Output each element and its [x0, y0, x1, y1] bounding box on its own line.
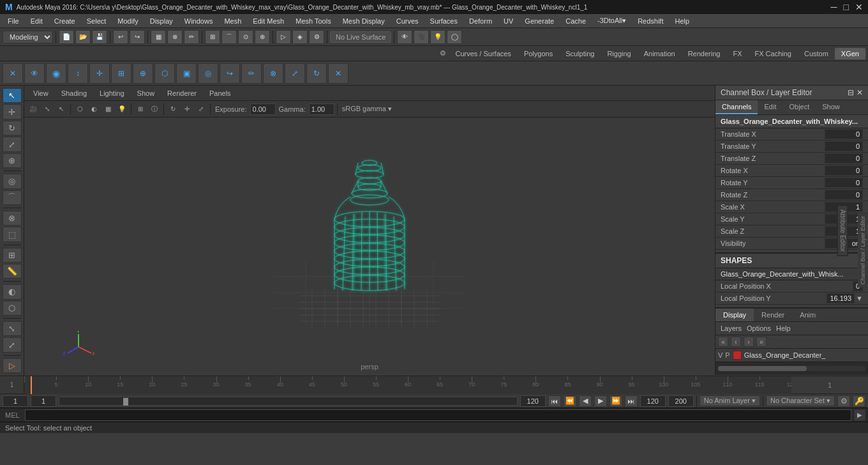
channel-rotate-x[interactable]: Rotate X 0 [715, 165, 868, 177]
no-anim-layer-dropdown[interactable]: No Anim Layer ▾ [700, 395, 760, 406]
menu-file[interactable]: File [3, 16, 24, 26]
vp-menu-shading[interactable]: Shading [56, 88, 92, 98]
layers-menu-options[interactable]: Options [747, 324, 771, 332]
shelf-icon-14[interactable]: ↻ [306, 63, 327, 84]
vp-zoom-btn[interactable]: ⤢ [195, 103, 207, 116]
menu-modify[interactable]: Modify [112, 16, 143, 26]
ipr-btn[interactable]: ◈ [292, 30, 308, 44]
select-tool-btn[interactable]: ↖ [3, 88, 22, 103]
snap-view-btn[interactable]: ⊕ [255, 30, 270, 44]
light-btn[interactable]: 💡 [430, 30, 445, 44]
menu-3dto-all[interactable]: -3DtoAll▾ [592, 15, 631, 26]
timeline-ruler[interactable]: 5101520253035404550556065707580859095100… [24, 376, 791, 394]
lasso-btn-side[interactable]: ⊗ [3, 211, 22, 225]
shelf-icon-11[interactable]: ✏ [241, 63, 262, 84]
xray-btn[interactable]: ◐ [3, 284, 22, 299]
frame-sel-btn[interactable]: ⤢ [3, 337, 22, 352]
right-scrollbar-thumb[interactable] [718, 366, 807, 371]
layer-ctrl-forward[interactable]: » [756, 337, 767, 347]
channel-rotate-z[interactable]: Rotate Z 0 [715, 189, 868, 201]
layer-ctrl-rewind[interactable]: « [718, 337, 728, 347]
vp-light-btn[interactable]: 💡 [116, 103, 128, 116]
shelf-icon-3[interactable]: ↕ [68, 63, 88, 84]
layers-menu-help[interactable]: Help [776, 324, 791, 332]
menu-mesh[interactable]: Mesh [219, 16, 246, 26]
shelf-icon-10[interactable]: ↪ [220, 63, 240, 84]
select-btn[interactable]: ▦ [151, 30, 166, 44]
shelf-icon-8[interactable]: ▣ [176, 63, 197, 84]
shelf-icon-1[interactable]: 👁 [24, 63, 45, 84]
shelf-icon-12[interactable]: ⊗ [263, 63, 283, 84]
layer-visibility-toggle[interactable]: V [718, 351, 722, 359]
vp-gamma-input[interactable] [309, 103, 334, 115]
vp-rotate-btn[interactable]: ↻ [167, 103, 179, 116]
shelf-icon-6[interactable]: ⊕ [133, 63, 153, 84]
paint-select-btn[interactable]: ✏ [184, 30, 199, 44]
range-start-input[interactable] [31, 395, 56, 407]
local-pos-x[interactable]: Local Position X 0 [715, 280, 868, 293]
new-file-btn[interactable]: 📄 [59, 30, 74, 44]
soft-mod-btn[interactable]: ◎ [3, 174, 22, 188]
layer-color-swatch[interactable] [733, 351, 742, 360]
total-range-input[interactable] [668, 395, 694, 407]
vp-grid-btn[interactable]: ⊞ [134, 103, 147, 116]
viewport-3d[interactable]: persp X Y Z [24, 118, 715, 376]
channel-translate-x[interactable]: Translate X 0 [715, 128, 868, 141]
snap-curve-btn[interactable]: ⌒ [221, 30, 237, 44]
vp-hud-btn[interactable]: ⓘ [148, 103, 161, 116]
layer-ctrl-next[interactable]: › [744, 337, 754, 347]
render-btn[interactable]: ▷ [276, 30, 291, 44]
close-button[interactable]: ✕ [855, 2, 863, 12]
layer-ctrl-prev[interactable]: ‹ [731, 337, 741, 347]
timeline[interactable]: 1 51015202530354045505560657075808590951… [0, 376, 868, 393]
tab-rigging[interactable]: Rigging [601, 48, 637, 59]
render-settings-btn[interactable]: ⚙ [309, 30, 324, 44]
channel-rotate-y[interactable]: Rotate Y 0 [715, 177, 868, 189]
tab-gear-icon[interactable]: ⚙ [437, 48, 449, 59]
cb-tab-show[interactable]: Show [816, 100, 846, 114]
local-pos-y-arrow[interactable]: ▼ [856, 294, 863, 302]
undo-btn[interactable]: ↩ [113, 30, 128, 44]
titlebar-controls[interactable]: ─ □ ✕ [831, 2, 863, 12]
shelf-icon-15[interactable]: ✕ [328, 63, 348, 84]
anim-end-input[interactable] [640, 395, 666, 407]
mel-input[interactable] [25, 409, 851, 421]
menu-mesh-display[interactable]: Mesh Display [338, 16, 390, 26]
no-char-set-dropdown[interactable]: No Character Set ▾ [766, 395, 835, 406]
vp-pan-btn[interactable]: ✛ [181, 103, 193, 116]
anim-range-bar[interactable] [59, 397, 518, 406]
anim-range-thumb[interactable] [123, 398, 128, 406]
menu-redshift[interactable]: Redshift [632, 16, 668, 26]
menu-cache[interactable]: Cache [560, 16, 591, 26]
marquee-btn[interactable]: ⬚ [3, 227, 22, 241]
range-end-input[interactable] [520, 395, 546, 407]
play-prev-btn[interactable]: ⏪ [564, 395, 576, 407]
vp-texture-btn[interactable]: ▦ [101, 103, 114, 116]
channel-translate-z[interactable]: Translate Z 0 [715, 153, 868, 165]
mel-submit-btn[interactable]: ▶ [854, 409, 865, 421]
tab-rendering[interactable]: Rendering [682, 48, 727, 59]
menu-select[interactable]: Select [82, 16, 112, 26]
tab-fx[interactable]: FX [726, 48, 748, 59]
save-btn[interactable]: 💾 [92, 30, 107, 44]
snap-grid-btn[interactable]: ⊞ [205, 30, 220, 44]
redo-btn[interactable]: ↪ [130, 30, 145, 44]
vp-wireframe-btn[interactable]: ⬡ [73, 103, 86, 116]
shelf-icon-7[interactable]: ⬡ [154, 63, 175, 84]
vp-smooth-btn[interactable]: ◐ [87, 103, 100, 116]
vp-menu-lighting[interactable]: Lighting [94, 88, 130, 98]
play-end-btn[interactable]: ⏭ [625, 395, 638, 407]
tab-polygons[interactable]: Polygons [518, 48, 559, 59]
snap-point-btn[interactable]: ⊙ [238, 30, 253, 44]
cb-expand-icon[interactable]: ⊟ [848, 88, 854, 97]
menu-display[interactable]: Display [145, 16, 178, 26]
snap-to-surface-btn[interactable]: ⊞ [3, 248, 22, 263]
shelf-icon-5[interactable]: ⊞ [111, 63, 131, 84]
vp-menu-view[interactable]: View [28, 88, 54, 98]
menu-windows[interactable]: Windows [179, 16, 218, 26]
layer-playback-toggle[interactable]: P [725, 351, 730, 359]
menu-edit[interactable]: Edit [26, 16, 48, 26]
mode-dropdown[interactable]: Modeling [3, 31, 53, 43]
isolate-btn[interactable]: ⬡ [3, 301, 22, 316]
menu-mesh-tools[interactable]: Mesh Tools [290, 16, 336, 26]
